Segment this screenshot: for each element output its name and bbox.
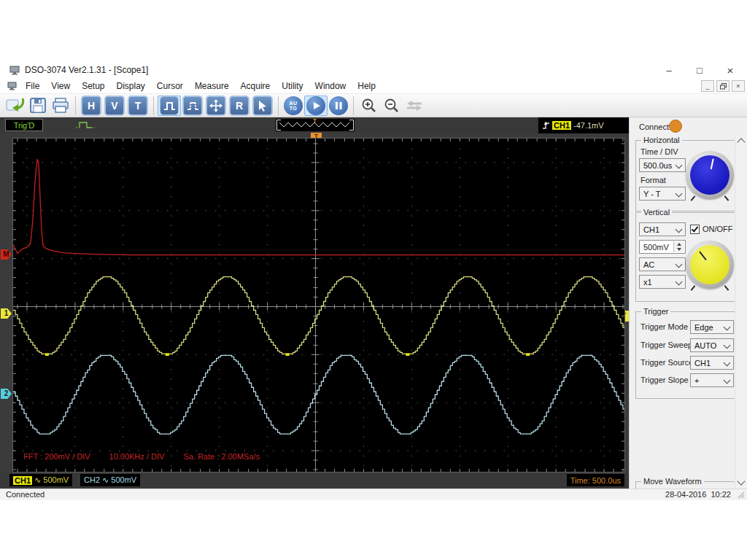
save-icon[interactable] bbox=[27, 95, 48, 116]
minimize-icon[interactable]: – bbox=[654, 62, 684, 78]
menu-display[interactable]: Display bbox=[111, 79, 151, 93]
window-title: DSO-3074 Ver2.1.31 - [Scope1] bbox=[25, 65, 148, 75]
run-record-button[interactable]: R bbox=[229, 96, 249, 116]
knob-tick bbox=[691, 195, 696, 201]
title-bar: DSO-3074 Ver2.1.31 - [Scope1] – □ × bbox=[0, 62, 747, 78]
horizontal-group-title: Horizontal bbox=[641, 136, 682, 144]
trigger-sweep-select[interactable]: AUTO bbox=[690, 338, 734, 352]
menu-view[interactable]: View bbox=[45, 79, 76, 93]
chevron-down-icon bbox=[676, 261, 683, 268]
time-div-select[interactable]: 500.0us bbox=[639, 158, 686, 172]
trigger-slope-select[interactable]: + bbox=[690, 373, 734, 387]
edge-trigger-icon[interactable] bbox=[160, 96, 179, 115]
menu-bar: File View Setup Display Cursor Measure A… bbox=[0, 78, 747, 93]
maximize-icon[interactable]: □ bbox=[684, 62, 715, 78]
format-label: Format bbox=[640, 176, 666, 184]
trigger-settings-button[interactable]: T bbox=[128, 96, 148, 116]
run-active-wrap bbox=[304, 96, 328, 116]
open-connect-icon[interactable] bbox=[4, 95, 26, 116]
menu-file[interactable]: File bbox=[20, 79, 45, 93]
coupling-select[interactable]: AC bbox=[639, 257, 686, 271]
stepper-up-icon[interactable] bbox=[674, 241, 684, 247]
menu-utility[interactable]: Utility bbox=[276, 79, 309, 93]
waveform-plot bbox=[13, 139, 624, 472]
horizontal-knob[interactable] bbox=[686, 151, 734, 199]
channel-select[interactable]: CH1 bbox=[639, 222, 686, 236]
move-xy-icon[interactable] bbox=[206, 96, 226, 116]
trigger-mode-select[interactable]: Edge bbox=[690, 320, 734, 334]
menu-setup[interactable]: Setup bbox=[76, 79, 110, 93]
menu-measure[interactable]: Measure bbox=[189, 79, 235, 93]
cursor-select-icon[interactable] bbox=[252, 96, 273, 116]
scroll-down-icon[interactable] bbox=[737, 477, 745, 485]
menu-cursor[interactable]: Cursor bbox=[151, 79, 189, 93]
resize-grip[interactable] bbox=[738, 491, 745, 499]
status-bar: Connected 28-04-2016 10:22 bbox=[0, 489, 747, 500]
menu-window[interactable]: Window bbox=[309, 79, 352, 93]
trigger-status-badge: Trig'D bbox=[5, 119, 43, 131]
zoom-out-icon[interactable] bbox=[381, 95, 402, 116]
mdi-restore-icon[interactable] bbox=[716, 80, 729, 92]
knob-tick bbox=[691, 285, 696, 290]
mdi-child-icon[interactable] bbox=[7, 82, 17, 90]
fft-readout: FFT : 200mV / DIV 10.00KHz / DIV Sa. Rat… bbox=[23, 452, 260, 461]
vertical-group-title: Vertical bbox=[641, 208, 672, 217]
trigger-source-badge: CH1 bbox=[552, 121, 571, 130]
toolbar: H V T R AUTO bbox=[0, 93, 747, 117]
channel-onoff-checkbox[interactable] bbox=[690, 225, 700, 234]
workspace: Trig'D T CH1 -47.1mV bbox=[0, 117, 747, 489]
move-waveform-title: Move Waveform bbox=[641, 477, 704, 486]
timebase-badge: Time: 500.0us bbox=[567, 474, 624, 486]
run-play-icon[interactable] bbox=[306, 96, 325, 115]
volts-div-stepper[interactable]: 500mV bbox=[639, 240, 686, 254]
horizontal-group: Horizontal Time / DIV 500.0us Format Y -… bbox=[635, 140, 738, 211]
trigger-readout: CH1 -47.1mV bbox=[538, 117, 629, 133]
ch2-scale-badge: CH2 ∿ 500mV bbox=[80, 474, 140, 486]
pause-icon[interactable] bbox=[329, 96, 348, 115]
ch2-position-marker[interactable]: 2 bbox=[1, 389, 12, 399]
menu-help[interactable]: Help bbox=[352, 79, 382, 93]
stepper-down-icon[interactable] bbox=[674, 247, 684, 253]
time-div-label: Time / DIV bbox=[640, 147, 678, 156]
move-waveform-group: Move Waveform bbox=[635, 481, 738, 489]
ch1-position-marker[interactable]: 1 bbox=[1, 308, 12, 319]
format-select[interactable]: Y - T bbox=[639, 187, 686, 201]
mdi-close-icon[interactable]: × bbox=[732, 80, 745, 92]
toolbar-separator bbox=[353, 96, 354, 115]
vertical-settings-button[interactable]: V bbox=[104, 96, 125, 116]
mdi-minimize-icon[interactable]: _ bbox=[701, 80, 714, 92]
autoset-button[interactable]: AUTO bbox=[284, 96, 303, 115]
scope-bottom-strip: CH1∿ 500mV CH2 ∿ 500mV Time: 500.0us bbox=[0, 472, 629, 489]
waveform-position-preview[interactable]: T bbox=[276, 119, 355, 131]
vertical-knob[interactable] bbox=[686, 241, 734, 289]
trigger-group-title: Trigger bbox=[641, 307, 670, 316]
chevron-down-icon bbox=[676, 226, 683, 233]
zoom-in-icon[interactable] bbox=[358, 95, 379, 116]
scope-top-strip: Trig'D T CH1 -47.1mV bbox=[0, 117, 629, 133]
chevron-down-icon bbox=[676, 190, 683, 198]
trigger-sweep-label: Trigger Sweep bbox=[640, 341, 692, 349]
close-icon[interactable]: × bbox=[715, 62, 746, 78]
pulse-mode-active-wrap bbox=[158, 96, 181, 116]
trigger-mode-label: Trigger Mode bbox=[640, 322, 688, 331]
connect-status-indicator[interactable] bbox=[669, 120, 682, 133]
trigger-group: Trigger Trigger Mode Edge Trigger Sweep … bbox=[635, 311, 738, 399]
chevron-down-icon bbox=[724, 359, 731, 367]
scroll-up-icon[interactable] bbox=[737, 138, 745, 146]
chevron-down-icon bbox=[724, 342, 731, 349]
chevron-down-icon bbox=[676, 162, 683, 169]
fft-frequency-scale: 10.00KHz / DIV bbox=[109, 452, 165, 461]
math-channel-marker[interactable]: M bbox=[1, 249, 12, 260]
trigger-source-label: Trigger Source bbox=[640, 358, 693, 367]
menu-acquire[interactable]: Acquire bbox=[235, 79, 276, 93]
vertical-group: Vertical CH1 ON/OFF 500mV AC x1 bbox=[635, 212, 738, 302]
app-icon bbox=[9, 66, 20, 75]
panel-scrollbar[interactable] bbox=[735, 135, 747, 489]
probe-select[interactable]: x1 bbox=[639, 275, 686, 289]
trigger-source-select[interactable]: CH1 bbox=[690, 356, 734, 370]
print-icon[interactable] bbox=[50, 95, 71, 116]
app-window: DSO-3074 Ver2.1.31 - [Scope1] – □ × File… bbox=[0, 62, 747, 500]
pulse-trigger-icon[interactable] bbox=[182, 96, 203, 116]
data-transfer-icon[interactable] bbox=[403, 95, 425, 116]
horizontal-settings-button[interactable]: H bbox=[81, 96, 101, 116]
